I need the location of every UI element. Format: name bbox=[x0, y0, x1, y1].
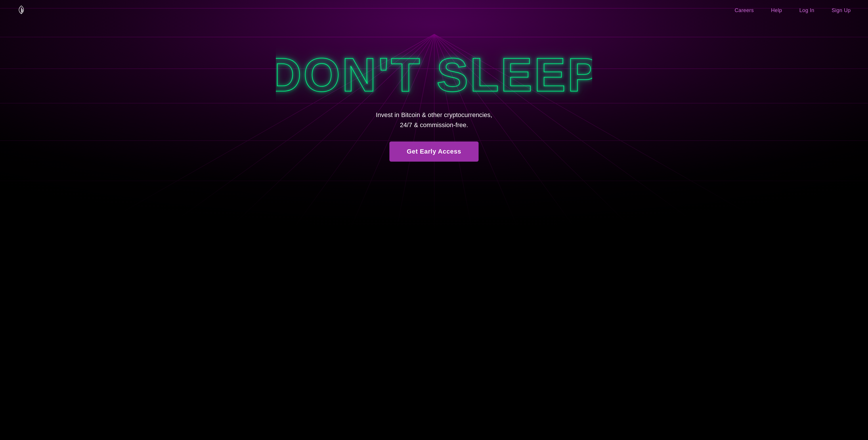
nav-item-login[interactable]: Log In bbox=[799, 7, 814, 13]
navbar: Careers Help Log In Sign Up bbox=[0, 0, 868, 21]
careers-link[interactable]: Careers bbox=[735, 7, 754, 13]
nav-item-signup[interactable]: Sign Up bbox=[832, 7, 851, 13]
nav-item-careers[interactable]: Careers bbox=[735, 7, 754, 13]
help-link[interactable]: Help bbox=[771, 7, 782, 13]
nav-links: Careers Help Log In Sign Up bbox=[735, 7, 851, 13]
hero-headline-inner: DON'T SLEEP bbox=[276, 48, 592, 101]
login-link[interactable]: Log In bbox=[799, 7, 814, 13]
hero-headline-svg: DON'T SLEEP DON'T SLEEP bbox=[276, 44, 592, 101]
logo[interactable] bbox=[17, 5, 25, 15]
hero-section: DON'T SLEEP DON'T SLEEP Invest in Bitcoi… bbox=[0, 21, 868, 162]
hero-subtitle: Invest in Bitcoin & other cryptocurrenci… bbox=[376, 110, 492, 130]
nav-item-help[interactable]: Help bbox=[771, 7, 782, 13]
get-early-access-button[interactable]: Get Early Access bbox=[390, 142, 478, 162]
signup-link[interactable]: Sign Up bbox=[832, 7, 851, 13]
robinhood-logo-icon bbox=[17, 5, 25, 15]
